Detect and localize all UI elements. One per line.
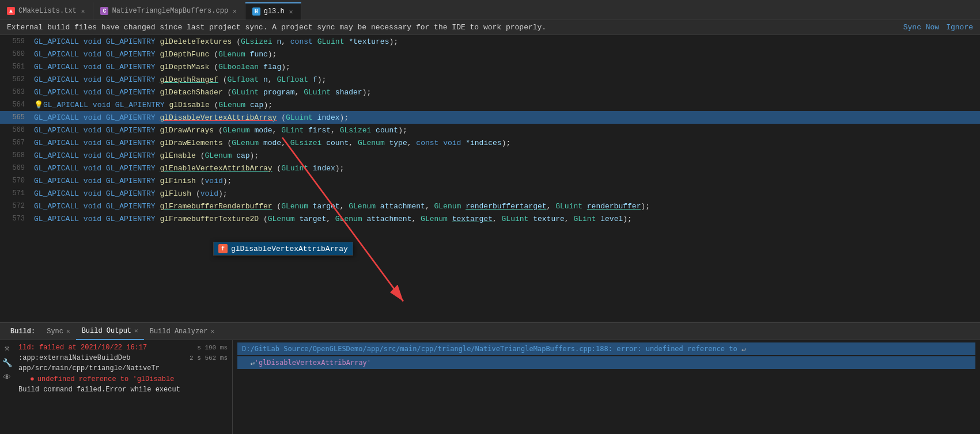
panel-right: D:/GitLab Source/OpenGLESDemo/app/src/ma… [233, 340, 980, 434]
code-line-562[interactable]: 562 GL_APICALL void GL_APIENTRY glDepthR… [0, 73, 980, 86]
line-content-569: GL_APICALL void GL_APIENTRY glEnableVert… [34, 164, 980, 173]
panel-content: ⚒ 🔧 👁 ild: failed at 2021/10/22 16:17 s … [0, 340, 980, 434]
panel-tab-sync-close[interactable]: ✕ [66, 328, 70, 335]
build-bottom-status: Build command failed.Error while execut [14, 384, 232, 395]
error-path: D:/GitLab Source/OpenGLESDemo/app/src/ma… [242, 345, 737, 353]
error-wrap-arrow: ↵ [741, 345, 746, 353]
error-label: undefined reference to 'glDisable [37, 375, 175, 383]
build-item-path[interactable]: app/src/main/cpp/triangle/NativeTr [14, 363, 232, 374]
sync-now-button[interactable]: Sync Now [903, 23, 939, 32]
hammer-icon[interactable]: ⚒ [2, 342, 12, 353]
autocomplete-popup: f glDisableVertexAttribArray [213, 242, 353, 256]
bottom-panel: Build: Sync ✕ Build Output ✕ Build Analy… [0, 322, 980, 434]
line-content-559: GL_APICALL void GL_APIENTRY glDeleteText… [34, 37, 980, 46]
line-num-572: 572 [2, 202, 34, 210]
line-num-571: 571 [2, 189, 34, 197]
tab-cmake-label: CMakeLists.txt [18, 7, 77, 15]
line-content-567: GL_APICALL void GL_APIENTRY glDrawElemen… [34, 139, 980, 147]
eye-icon[interactable]: 👁 [2, 372, 12, 383]
line-content-573: GL_APICALL void GL_APIENTRY glFramebuffe… [34, 215, 980, 223]
line-num-564: 564 [2, 101, 34, 109]
line-num-568: 568 [2, 151, 34, 159]
panel-tab-bar: Build: Sync ✕ Build Output ✕ Build Analy… [0, 323, 980, 340]
line-num-573: 573 [2, 215, 34, 223]
cpp-icon: C [100, 7, 108, 15]
tab-cmake[interactable]: ▲ CMakeLists.txt ✕ [0, 2, 93, 20]
line-content-561: GL_APICALL void GL_APIENTRY glDepthMask … [34, 63, 980, 71]
tab-h-close[interactable]: ✕ [288, 7, 294, 17]
panel-tab-build-output[interactable]: Build Output ✕ [76, 323, 144, 340]
panel-tab-build-analyzer[interactable]: Build Analyzer ✕ [144, 323, 220, 340]
code-line-573[interactable]: 573 GL_APICALL void GL_APIENTRY glFrameb… [0, 212, 980, 225]
code-line-572[interactable]: 572 GL_APICALL void GL_APIENTRY glFrameb… [0, 200, 980, 212]
code-line-569[interactable]: 569 GL_APICALL void GL_APIENTRY glEnable… [0, 162, 980, 174]
build-path-label: app/src/main/cpp/triangle/NativeTr [18, 364, 228, 372]
panel-tab-build-analyzer-close[interactable]: ✕ [211, 328, 215, 335]
line-num-562: 562 [2, 75, 34, 83]
code-line-567[interactable]: 567 GL_APICALL void GL_APIENTRY glDrawEl… [0, 136, 980, 149]
notification-text: External build files have changed since … [7, 23, 546, 32]
line-num-559: 559 [2, 37, 34, 45]
error-detail-line1[interactable]: D:/GitLab Source/OpenGLESDemo/app/src/ma… [237, 342, 975, 355]
code-line-565[interactable]: 565 GL_APICALL void GL_APIENTRY glDisabl… [0, 111, 980, 124]
code-editor: 559 GL_APICALL void GL_APIENTRY glDelete… [0, 35, 980, 322]
code-line-560[interactable]: 560 GL_APICALL void GL_APIENTRY glDepthF… [0, 48, 980, 60]
code-line-570[interactable]: 570 GL_APICALL void GL_APIENTRY glFinish… [0, 174, 980, 187]
line-num-563: 563 [2, 88, 34, 96]
line-content-570: GL_APICALL void GL_APIENTRY glFinish (vo… [34, 177, 980, 185]
line-content-566: GL_APICALL void GL_APIENTRY glDrawArrays… [34, 126, 980, 135]
tab-bar: ▲ CMakeLists.txt ✕ C NativeTriangleMapBu… [0, 0, 980, 20]
code-line-566[interactable]: 566 GL_APICALL void GL_APIENTRY glDrawAr… [0, 124, 980, 136]
wrench-icon[interactable]: 🔧 [2, 357, 12, 368]
code-line-563[interactable]: 563 GL_APICALL void GL_APIENTRY glDetach… [0, 86, 980, 98]
code-line-564[interactable]: 564 💡GL_APICALL void GL_APIENTRY glDisab… [0, 98, 980, 111]
error-detail-line2: ↵'glDisableVertexAttribArray' [237, 356, 975, 369]
code-line-559[interactable]: 559 GL_APICALL void GL_APIENTRY glDelete… [0, 35, 980, 48]
panel-tab-build-analyzer-label: Build Analyzer [150, 328, 208, 336]
panel-tab-sync[interactable]: Sync ✕ [41, 323, 75, 340]
line-num-566: 566 [2, 126, 34, 134]
tab-cpp[interactable]: C NativeTriangleMapBuffers.cpp ✕ [93, 2, 245, 20]
line-content-571: GL_APICALL void GL_APIENTRY glFlush (voi… [34, 189, 980, 198]
tab-h[interactable]: H gl3.h ✕ [245, 2, 302, 20]
build-item-failed[interactable]: ild: failed at 2021/10/22 16:17 s 190 ms [14, 342, 232, 353]
code-line-561[interactable]: 561 GL_APICALL void GL_APIENTRY glDepthM… [0, 60, 980, 73]
cmake-icon: ▲ [7, 7, 15, 15]
build-item-error[interactable]: ● undefined reference to 'glDisable [14, 374, 232, 384]
panel-tab-sync-label: Sync [47, 328, 63, 336]
line-num-565: 565 [2, 113, 34, 121]
error-icon: ● [30, 375, 35, 383]
build-label: Build: [5, 323, 41, 340]
error-indent: ↵ [242, 359, 255, 367]
line-content-562: GL_APICALL void GL_APIENTRY glDepthRange… [34, 75, 980, 84]
autocomplete-item[interactable]: f glDisableVertexAttribArray [214, 242, 353, 255]
build-failed-label: ild: failed at 2021/10/22 16:17 [18, 344, 194, 352]
notification-actions: Sync Now Ignore [903, 23, 973, 32]
line-num-560: 560 [2, 50, 34, 58]
line-content-560: GL_APICALL void GL_APIENTRY glDepthFunc … [34, 50, 980, 59]
h-icon: H [252, 7, 260, 16]
panel-tab-build-output-close[interactable]: ✕ [134, 327, 138, 334]
line-content-572: GL_APICALL void GL_APIENTRY glFramebuffe… [34, 202, 980, 211]
line-num-567: 567 [2, 139, 34, 147]
code-line-568[interactable]: 568 GL_APICALL void GL_APIENTRY glEnable… [0, 149, 980, 162]
autocomplete-icon: f [218, 244, 228, 253]
build-native-label: :app:externalNativeBuildDeb [18, 354, 186, 362]
line-num-561: 561 [2, 63, 34, 71]
line-content-564: 💡GL_APICALL void GL_APIENTRY glDisable (… [34, 100, 980, 109]
build-failed-time: s 190 ms [197, 344, 228, 351]
line-content-563: GL_APICALL void GL_APIENTRY glDetachShad… [34, 88, 980, 97]
tab-cmake-close[interactable]: ✕ [80, 6, 86, 16]
build-native-time: 2 s 562 ms [190, 355, 228, 361]
build-item-native[interactable]: :app:externalNativeBuildDeb 2 s 562 ms [14, 353, 232, 363]
left-side-icons: ⚒ 🔧 👁 [0, 340, 14, 434]
code-line-571[interactable]: 571 GL_APICALL void GL_APIENTRY glFlush … [0, 187, 980, 200]
panel-tab-build-output-label: Build Output [82, 327, 131, 335]
tab-h-label: gl3.h [264, 7, 285, 16]
notification-bar: External build files have changed since … [0, 20, 980, 35]
ignore-button[interactable]: Ignore [946, 23, 973, 32]
panel-left: ild: failed at 2021/10/22 16:17 s 190 ms… [14, 340, 233, 434]
tab-cpp-close[interactable]: ✕ [232, 6, 238, 16]
tab-cpp-label: NativeTriangleMapBuffers.cpp [112, 7, 228, 15]
autocomplete-label: glDisableVertexAttribArray [231, 245, 348, 253]
